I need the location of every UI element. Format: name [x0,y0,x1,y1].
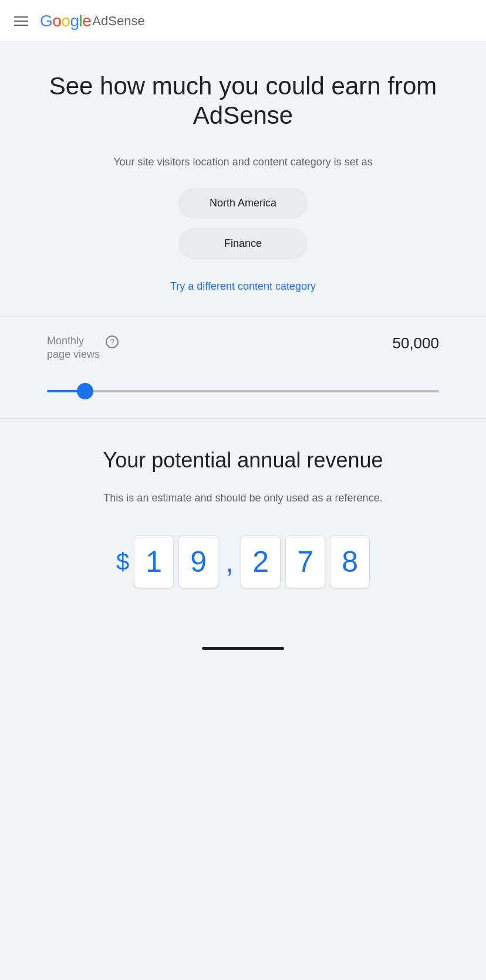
slider-section: Monthlypage views ? 50,000 [23,317,463,418]
slider-label-group: Monthlypage views ? [47,334,119,362]
slider-value: 50,000 [392,334,439,352]
digit-3: 2 [241,535,281,588]
hero-section: See how much you could earn from AdSense… [23,42,463,316]
page-views-slider[interactable] [47,390,439,392]
category-pill[interactable]: Finance [178,228,308,259]
revenue-section: Your potential annual revenue This is an… [23,419,463,612]
main-content: See how much you could earn from AdSense… [0,42,486,697]
digit-5: 8 [330,535,370,588]
header: Google AdSense [0,0,486,42]
digit-2: 9 [178,535,218,588]
description-text: Your site visitors location and content … [47,154,439,170]
help-icon[interactable]: ? [106,335,119,348]
pills-container: North America Finance [47,188,439,259]
slider-label-text: Monthlypage views [47,334,100,362]
comma-separator: , [225,545,234,579]
revenue-display: $ 1 9 , 2 7 8 [47,535,439,588]
digit-4: 7 [285,535,325,588]
home-indicator [202,647,284,650]
currency-symbol: $ [116,548,129,575]
menu-button[interactable] [14,16,28,26]
adsense-wordmark: AdSense [92,13,144,29]
revenue-title: Your potential annual revenue [47,448,439,473]
revenue-description: This is an estimate and should be only u… [47,490,439,506]
digit-1: 1 [134,535,174,588]
try-different-category-link[interactable]: Try a different content category [170,280,316,293]
slider-header: Monthlypage views ? 50,000 [47,334,439,362]
slider-wrapper [47,378,439,401]
google-wordmark: Google [40,12,91,30]
logo: Google AdSense [40,12,145,30]
hero-title: See how much you could earn from AdSense [47,72,439,131]
bottom-bar [23,635,463,662]
location-pill[interactable]: North America [178,188,308,219]
